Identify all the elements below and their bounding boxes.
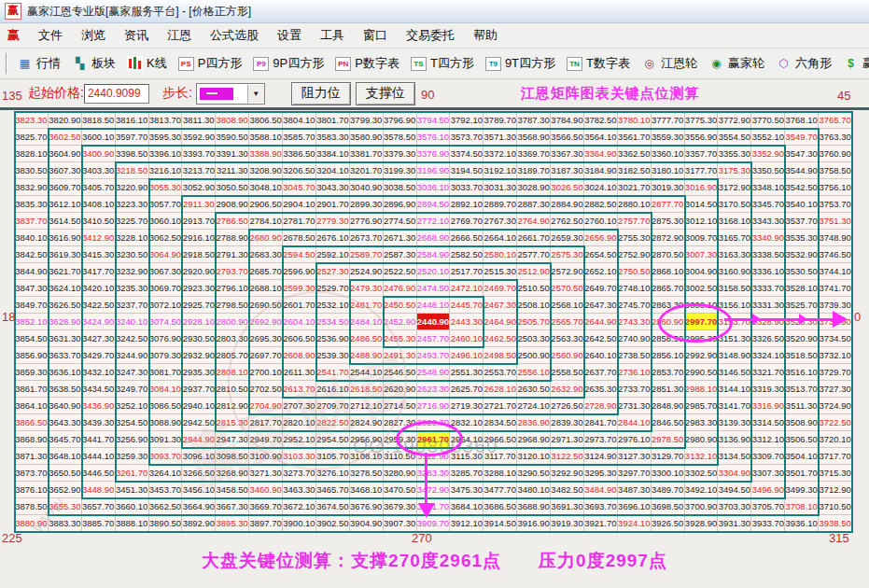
grid-cell: 2440.90 — [417, 314, 451, 330]
grid-cell: 3902.50 — [316, 515, 350, 532]
resistance-button[interactable]: 阻力位 — [291, 82, 351, 105]
chevron-down-icon[interactable]: ▼ — [247, 85, 264, 103]
grid-cell: 2901.70 — [316, 196, 350, 213]
grid-cell: 2964.10 — [450, 431, 484, 448]
grid-cell: 3024.10 — [584, 179, 618, 196]
menu-item-7[interactable]: 工具 — [311, 24, 354, 47]
grid-cell: 3489.70 — [652, 482, 685, 498]
grid-cell: 3866.50 — [15, 414, 49, 431]
toolbar-button-winner-wheel[interactable]: ◉赢家轮 — [708, 55, 764, 72]
grid-cell: 3139.30 — [718, 414, 751, 431]
grid-cell: 2882.50 — [584, 196, 618, 213]
grid-cell: 2896.90 — [384, 196, 417, 213]
grid-cell: 3592.90 — [182, 129, 216, 146]
grid-cell: 3477.70 — [484, 482, 517, 498]
grid-cell: 3328.90 — [751, 314, 785, 330]
grid-cell: 2481.70 — [350, 297, 384, 314]
toolbar-button-quote-table[interactable]: ▦行情 — [17, 55, 61, 72]
grid-cell: 3086.50 — [149, 398, 183, 414]
grid-cell: 3832.90 — [15, 179, 49, 196]
grid-cell: 3391.30 — [216, 146, 249, 162]
grid-cell: 3225.70 — [116, 213, 149, 230]
grid-cell: 2817.70 — [249, 414, 283, 431]
grid-cell: 2810.50 — [216, 381, 249, 398]
toolbar-button-gann-wheel[interactable]: ◎江恩轮 — [641, 55, 697, 72]
grid-cell: 2678.50 — [283, 230, 316, 246]
grid-cell: 3324.10 — [751, 347, 785, 364]
app-window: 赢 赢家江恩专业版[赢家服务平台] - [价格正方形] 赢 文件浏览资讯江恩公式… — [0, 0, 869, 588]
menu-item-5[interactable]: 公式选股 — [201, 24, 268, 47]
toolbar-button-p-number-table[interactable]: PNP数字表 — [335, 55, 399, 72]
grid-cell: 3638.50 — [49, 381, 82, 398]
grid-cell: 2796.10 — [216, 280, 249, 297]
price-grid: 3823.303820.903818.503816.103813.703811.… — [15, 112, 852, 532]
grid-cell: 2640.10 — [584, 347, 618, 364]
menu-item-1[interactable]: 文件 — [29, 24, 72, 47]
grid-cell: 3772.90 — [718, 112, 751, 129]
grid-cell: 3626.50 — [49, 297, 82, 314]
grid-cell: 2592.10 — [316, 246, 350, 263]
grid-cell: 3446.50 — [82, 465, 116, 482]
grid-cell: 3664.90 — [182, 498, 216, 515]
grid-cell: 2940.10 — [182, 398, 216, 414]
grid-cell: 2824.90 — [350, 414, 384, 431]
grid-cell: 2961.70 — [417, 431, 451, 448]
toolbar-button-p9-square[interactable]: P99P四方形 — [253, 55, 324, 72]
menu-item-3[interactable]: 资讯 — [115, 24, 158, 47]
menu-item-10[interactable]: 帮助 — [464, 24, 507, 47]
grid-cell: 3844.90 — [15, 263, 49, 280]
grid-cell: 3744.10 — [819, 263, 852, 280]
grid-cell: 3681.70 — [417, 498, 451, 515]
grid-cell: 3338.50 — [751, 246, 785, 263]
grid-cell: 3021.70 — [618, 179, 652, 196]
toolbar-button-hexagon[interactable]: ⬡六角形 — [776, 55, 832, 72]
toolbar-button-t-square[interactable]: TST四方形 — [411, 55, 474, 72]
grid-cell: 3811.30 — [182, 112, 216, 129]
menu-item-9[interactable]: 交易委托 — [397, 24, 464, 47]
grid-cell: 3720.10 — [819, 431, 852, 448]
grid-cell: 3364.90 — [584, 146, 618, 162]
grid-cell: 3840.10 — [15, 230, 49, 246]
grid-cell: 3336.10 — [751, 263, 785, 280]
grid-cell: 2932.90 — [182, 347, 216, 364]
menu-item-4[interactable]: 江恩 — [158, 24, 201, 47]
start-price-input[interactable] — [84, 84, 149, 104]
step-style-dropdown[interactable]: ▼ — [196, 83, 265, 105]
grid-cell: 2834.50 — [484, 414, 517, 431]
grid-cell: 3597.70 — [116, 129, 149, 146]
toolbar-button-dollar-service[interactable]: $赢家服务 — [843, 55, 869, 72]
grid-cell: 3261.70 — [116, 465, 149, 482]
grid-cell: 2709.70 — [316, 398, 350, 414]
grid-cell: 2928.10 — [182, 314, 216, 330]
grid-cell: 3124.90 — [584, 448, 618, 465]
grid-cell: 3196.90 — [417, 162, 451, 179]
menu-item-8[interactable]: 窗口 — [354, 24, 397, 47]
grid-cell: 3312.10 — [751, 431, 785, 448]
toolbar-label: T四方形 — [430, 55, 474, 72]
grid-cell: 3403.30 — [82, 162, 116, 179]
toolbar-label: 行情 — [36, 55, 61, 72]
toolbar-button-t9-square[interactable]: T99T四方形 — [485, 55, 555, 72]
grid-cell: 3501.70 — [785, 465, 819, 482]
toolbar-button-sector-blocks[interactable]: ▚板块 — [72, 55, 116, 72]
grid-cell: 2863.30 — [652, 297, 685, 314]
grid-cell: 2755.30 — [618, 230, 652, 246]
grid-cell: 3520.90 — [785, 330, 819, 347]
toolbar-button-t-number-table[interactable]: TNT数字表 — [567, 55, 630, 72]
toolbar-button-kline-candles[interactable]: K线 — [127, 55, 167, 72]
grid-cell: 2997.70 — [685, 314, 719, 330]
menu-item-6[interactable]: 设置 — [268, 24, 311, 47]
grid-cell: 3904.90 — [350, 515, 384, 532]
grid-cell: 2877.70 — [652, 196, 685, 213]
grid-cell: 3854.50 — [15, 330, 49, 347]
grid-cell: 2517.70 — [450, 263, 484, 280]
grid-cell: 3211.30 — [216, 162, 249, 179]
grid-cell: 3400.90 — [82, 146, 116, 162]
grid-cell: 2575.30 — [551, 246, 584, 263]
support-button[interactable]: 支撑位 — [356, 82, 415, 105]
grid-cell: 3883.30 — [49, 515, 82, 532]
grid-cell: 3288.10 — [484, 465, 517, 482]
menu-item-2[interactable]: 浏览 — [72, 24, 115, 47]
toolbar-button-p-square[interactable]: PSP四方形 — [178, 55, 243, 72]
grid-cell: 2664.10 — [484, 230, 517, 246]
